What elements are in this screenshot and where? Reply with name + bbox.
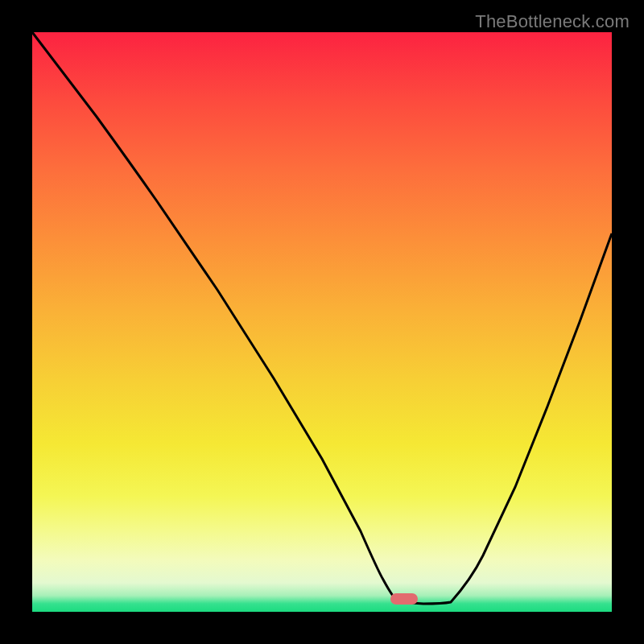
curve-path	[32, 32, 612, 604]
bottleneck-curve	[32, 32, 612, 612]
optimal-marker	[390, 593, 418, 605]
watermark-text: TheBottleneck.com	[475, 11, 630, 32]
chart-frame: TheBottleneck.com	[0, 0, 644, 644]
